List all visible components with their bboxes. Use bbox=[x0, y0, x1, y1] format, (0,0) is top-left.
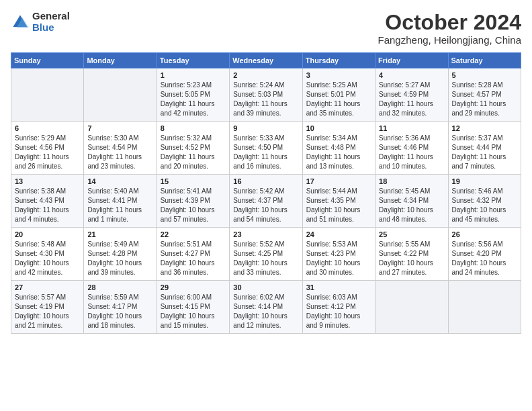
day-number: 12 bbox=[452, 124, 517, 132]
calendar-cell bbox=[11, 68, 84, 122]
day-number: 10 bbox=[306, 124, 371, 132]
day-info: Sunrise: 5:44 AM Sunset: 4:35 PM Dayligh… bbox=[306, 187, 371, 224]
day-info: Sunrise: 5:38 AM Sunset: 4:43 PM Dayligh… bbox=[15, 187, 80, 224]
logo-blue: Blue bbox=[32, 22, 70, 34]
day-number: 22 bbox=[161, 230, 226, 238]
calendar-cell bbox=[375, 281, 448, 334]
day-info: Sunrise: 5:37 AM Sunset: 4:44 PM Dayligh… bbox=[452, 134, 517, 171]
calendar-cell: 9Sunrise: 5:33 AM Sunset: 4:50 PM Daylig… bbox=[230, 122, 302, 175]
calendar-cell: 20Sunrise: 5:48 AM Sunset: 4:30 PM Dayli… bbox=[11, 228, 84, 281]
calendar-cell bbox=[448, 281, 521, 334]
day-number: 16 bbox=[233, 177, 298, 185]
day-number: 1 bbox=[161, 71, 226, 79]
day-number: 6 bbox=[15, 124, 80, 132]
day-number: 30 bbox=[233, 283, 298, 291]
weekday-header: Thursday bbox=[302, 53, 375, 68]
calendar-week-row: 6Sunrise: 5:29 AM Sunset: 4:56 PM Daylig… bbox=[11, 122, 521, 175]
day-number: 2 bbox=[233, 71, 298, 79]
day-info: Sunrise: 6:02 AM Sunset: 4:14 PM Dayligh… bbox=[233, 293, 298, 330]
calendar-cell bbox=[84, 68, 157, 122]
day-number: 3 bbox=[306, 71, 371, 79]
title-block: October 2024 Fangzheng, Heilongjiang, Ch… bbox=[378, 11, 521, 46]
calendar-cell: 5Sunrise: 5:28 AM Sunset: 4:57 PM Daylig… bbox=[448, 68, 521, 122]
day-number: 9 bbox=[233, 124, 298, 132]
day-number: 23 bbox=[233, 230, 298, 238]
day-info: Sunrise: 5:24 AM Sunset: 5:03 PM Dayligh… bbox=[233, 81, 298, 118]
day-info: Sunrise: 5:29 AM Sunset: 4:56 PM Dayligh… bbox=[15, 134, 80, 171]
day-info: Sunrise: 5:45 AM Sunset: 4:34 PM Dayligh… bbox=[379, 187, 444, 224]
day-number: 14 bbox=[87, 177, 152, 185]
day-info: Sunrise: 5:42 AM Sunset: 4:37 PM Dayligh… bbox=[233, 187, 298, 224]
day-info: Sunrise: 5:59 AM Sunset: 4:17 PM Dayligh… bbox=[87, 293, 152, 330]
calendar-cell: 28Sunrise: 5:59 AM Sunset: 4:17 PM Dayli… bbox=[84, 281, 157, 334]
day-info: Sunrise: 5:34 AM Sunset: 4:48 PM Dayligh… bbox=[306, 134, 371, 171]
calendar-cell: 19Sunrise: 5:46 AM Sunset: 4:32 PM Dayli… bbox=[448, 175, 521, 228]
day-info: Sunrise: 5:57 AM Sunset: 4:19 PM Dayligh… bbox=[15, 293, 80, 330]
day-number: 17 bbox=[306, 177, 371, 185]
day-info: Sunrise: 5:23 AM Sunset: 5:05 PM Dayligh… bbox=[161, 81, 226, 118]
day-info: Sunrise: 5:36 AM Sunset: 4:46 PM Dayligh… bbox=[379, 134, 444, 171]
calendar-cell: 24Sunrise: 5:53 AM Sunset: 4:23 PM Dayli… bbox=[302, 228, 375, 281]
day-number: 7 bbox=[87, 124, 152, 132]
calendar-cell: 18Sunrise: 5:45 AM Sunset: 4:34 PM Dayli… bbox=[375, 175, 448, 228]
calendar-cell: 11Sunrise: 5:36 AM Sunset: 4:46 PM Dayli… bbox=[375, 122, 448, 175]
calendar-week-row: 1Sunrise: 5:23 AM Sunset: 5:05 PM Daylig… bbox=[11, 68, 521, 122]
logo-text: General Blue bbox=[32, 11, 70, 33]
day-info: Sunrise: 5:46 AM Sunset: 4:32 PM Dayligh… bbox=[452, 187, 517, 224]
day-number: 28 bbox=[87, 283, 152, 291]
day-info: Sunrise: 5:48 AM Sunset: 4:30 PM Dayligh… bbox=[15, 240, 80, 277]
calendar-cell: 3Sunrise: 5:25 AM Sunset: 5:01 PM Daylig… bbox=[302, 68, 375, 122]
day-info: Sunrise: 6:00 AM Sunset: 4:15 PM Dayligh… bbox=[161, 293, 226, 330]
day-number: 26 bbox=[452, 230, 517, 238]
calendar-cell: 1Sunrise: 5:23 AM Sunset: 5:05 PM Daylig… bbox=[157, 68, 229, 122]
calendar-week-row: 20Sunrise: 5:48 AM Sunset: 4:30 PM Dayli… bbox=[11, 228, 521, 281]
day-number: 15 bbox=[161, 177, 226, 185]
day-number: 18 bbox=[379, 177, 444, 185]
weekday-header: Tuesday bbox=[157, 53, 229, 68]
weekday-header: Wednesday bbox=[230, 53, 302, 68]
day-number: 31 bbox=[306, 283, 371, 291]
calendar-cell: 25Sunrise: 5:55 AM Sunset: 4:22 PM Dayli… bbox=[375, 228, 448, 281]
day-info: Sunrise: 5:56 AM Sunset: 4:20 PM Dayligh… bbox=[452, 240, 517, 277]
day-info: Sunrise: 5:32 AM Sunset: 4:52 PM Dayligh… bbox=[161, 134, 226, 171]
calendar-week-row: 13Sunrise: 5:38 AM Sunset: 4:43 PM Dayli… bbox=[11, 175, 521, 228]
day-number: 21 bbox=[87, 230, 152, 238]
day-number: 8 bbox=[161, 124, 226, 132]
weekday-header: Saturday bbox=[448, 53, 521, 68]
day-info: Sunrise: 5:51 AM Sunset: 4:27 PM Dayligh… bbox=[161, 240, 226, 277]
calendar-cell: 8Sunrise: 5:32 AM Sunset: 4:52 PM Daylig… bbox=[157, 122, 229, 175]
day-info: Sunrise: 5:27 AM Sunset: 4:59 PM Dayligh… bbox=[379, 81, 444, 118]
calendar-cell: 10Sunrise: 5:34 AM Sunset: 4:48 PM Dayli… bbox=[302, 122, 375, 175]
weekday-header: Sunday bbox=[11, 53, 84, 68]
logo-general: General bbox=[32, 11, 70, 22]
day-info: Sunrise: 5:49 AM Sunset: 4:28 PM Dayligh… bbox=[87, 240, 152, 277]
logo: General Blue bbox=[11, 11, 70, 33]
day-info: Sunrise: 5:53 AM Sunset: 4:23 PM Dayligh… bbox=[306, 240, 371, 277]
calendar-cell: 31Sunrise: 6:03 AM Sunset: 4:12 PM Dayli… bbox=[302, 281, 375, 334]
calendar-cell: 14Sunrise: 5:40 AM Sunset: 4:41 PM Dayli… bbox=[84, 175, 157, 228]
month-title: October 2024 bbox=[378, 11, 521, 34]
day-info: Sunrise: 5:41 AM Sunset: 4:39 PM Dayligh… bbox=[161, 187, 226, 224]
day-number: 29 bbox=[161, 283, 226, 291]
weekday-header: Monday bbox=[84, 53, 157, 68]
calendar-table: SundayMondayTuesdayWednesdayThursdayFrid… bbox=[11, 52, 521, 334]
weekday-header: Friday bbox=[375, 53, 448, 68]
calendar-week-row: 27Sunrise: 5:57 AM Sunset: 4:19 PM Dayli… bbox=[11, 281, 521, 334]
day-info: Sunrise: 6:03 AM Sunset: 4:12 PM Dayligh… bbox=[306, 293, 371, 330]
day-info: Sunrise: 5:52 AM Sunset: 4:25 PM Dayligh… bbox=[233, 240, 298, 277]
day-info: Sunrise: 5:30 AM Sunset: 4:54 PM Dayligh… bbox=[87, 134, 152, 171]
day-number: 19 bbox=[452, 177, 517, 185]
calendar-cell: 29Sunrise: 6:00 AM Sunset: 4:15 PM Dayli… bbox=[157, 281, 229, 334]
calendar-cell: 4Sunrise: 5:27 AM Sunset: 4:59 PM Daylig… bbox=[375, 68, 448, 122]
calendar-cell: 13Sunrise: 5:38 AM Sunset: 4:43 PM Dayli… bbox=[11, 175, 84, 228]
day-info: Sunrise: 5:28 AM Sunset: 4:57 PM Dayligh… bbox=[452, 81, 517, 118]
calendar-cell: 22Sunrise: 5:51 AM Sunset: 4:27 PM Dayli… bbox=[157, 228, 229, 281]
calendar-cell: 26Sunrise: 5:56 AM Sunset: 4:20 PM Dayli… bbox=[448, 228, 521, 281]
day-number: 25 bbox=[379, 230, 444, 238]
calendar-cell: 23Sunrise: 5:52 AM Sunset: 4:25 PM Dayli… bbox=[230, 228, 302, 281]
calendar-header-row: SundayMondayTuesdayWednesdayThursdayFrid… bbox=[11, 53, 521, 68]
calendar-cell: 7Sunrise: 5:30 AM Sunset: 4:54 PM Daylig… bbox=[84, 122, 157, 175]
day-info: Sunrise: 5:33 AM Sunset: 4:50 PM Dayligh… bbox=[233, 134, 298, 171]
day-number: 24 bbox=[306, 230, 371, 238]
calendar-cell: 17Sunrise: 5:44 AM Sunset: 4:35 PM Dayli… bbox=[302, 175, 375, 228]
